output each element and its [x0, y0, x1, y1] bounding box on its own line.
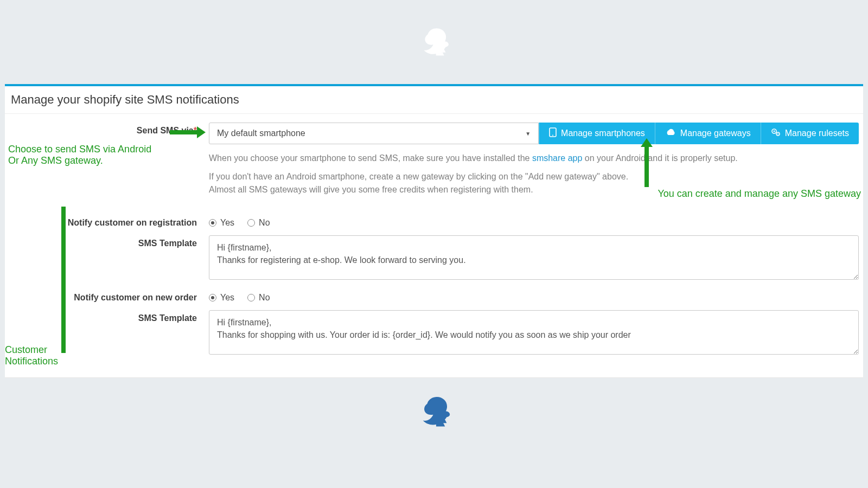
radio-label: No [259, 218, 270, 228]
btn-label: Manage rulesets [785, 129, 849, 138]
registration-template-textarea[interactable] [209, 235, 859, 280]
header-area [0, 0, 868, 84]
manage-gateways-button[interactable]: Manage gateways [655, 123, 761, 144]
footer-logo-area [0, 378, 868, 466]
notify-registration-radios: Yes No [209, 215, 859, 228]
help-text: When you choose your smartphone to send … [209, 153, 532, 163]
send-sms-via-select[interactable]: My default smartphone ▼ [209, 123, 539, 144]
radio-icon [247, 294, 255, 301]
cloud-icon [665, 129, 676, 138]
form: Send SMS via* My default smartphone ▼ Ma… [5, 114, 863, 377]
help-text: If you don't have an Android smartphone,… [209, 172, 628, 181]
row-registration-template: SMS Template [9, 235, 859, 282]
label-notify-registration: Notify customer on registration [9, 215, 209, 228]
help-text: on your Android and it is properly setup… [582, 153, 737, 163]
radio-label: No [259, 293, 270, 303]
label-order-template: SMS Template [9, 310, 209, 323]
required-asterisk: * [194, 126, 197, 135]
radio-icon [209, 219, 216, 227]
label-text: Send SMS via [137, 126, 194, 135]
order-template-textarea[interactable] [209, 310, 859, 355]
gears-icon [771, 128, 781, 139]
radio-icon [209, 294, 216, 301]
row-send-sms-via: Send SMS via* My default smartphone ▼ Ma… [9, 123, 859, 202]
select-value: My default smartphone [217, 129, 305, 138]
btn-label: Manage gateways [680, 129, 751, 138]
radio-yes[interactable]: Yes [209, 218, 234, 228]
smshare-app-link[interactable]: smshare app [532, 153, 583, 163]
row-notify-registration: Notify customer on registration Yes No [9, 215, 859, 228]
chevron-down-icon: ▼ [525, 131, 531, 137]
radio-label: Yes [220, 218, 234, 228]
svg-point-1 [552, 135, 553, 136]
label-send-sms-via: Send SMS via* [9, 123, 209, 136]
row-notify-order: Notify customer on new order Yes No [9, 290, 859, 303]
row-order-template: SMS Template [9, 310, 859, 357]
radio-no[interactable]: No [247, 218, 270, 228]
panel-title: Manage your shopify site SMS notificatio… [5, 86, 863, 114]
manage-smartphones-button[interactable]: Manage smartphones [539, 123, 655, 144]
label-registration-template: SMS Template [9, 235, 209, 248]
help-text: Almost all SMS gateways will give you so… [209, 185, 533, 194]
btn-label: Manage smartphones [561, 129, 645, 138]
radio-yes[interactable]: Yes [209, 293, 234, 303]
dove-logo-blue [413, 391, 455, 433]
radio-no[interactable]: No [247, 293, 270, 303]
svg-point-3 [773, 131, 775, 132]
radio-icon [247, 219, 255, 227]
radio-label: Yes [220, 293, 234, 303]
sendvia-controls: My default smartphone ▼ Manage smartphon… [209, 123, 859, 144]
settings-panel: Manage your shopify site SMS notificatio… [5, 84, 863, 378]
smartphone-icon [549, 127, 557, 139]
manage-rulesets-button[interactable]: Manage rulesets [761, 123, 859, 144]
notify-order-radios: Yes No [209, 290, 859, 303]
sendvia-help: When you choose your smartphone to send … [209, 152, 859, 196]
dove-logo-white [414, 23, 454, 62]
label-notify-order: Notify customer on new order [9, 290, 209, 303]
svg-point-5 [777, 133, 778, 134]
